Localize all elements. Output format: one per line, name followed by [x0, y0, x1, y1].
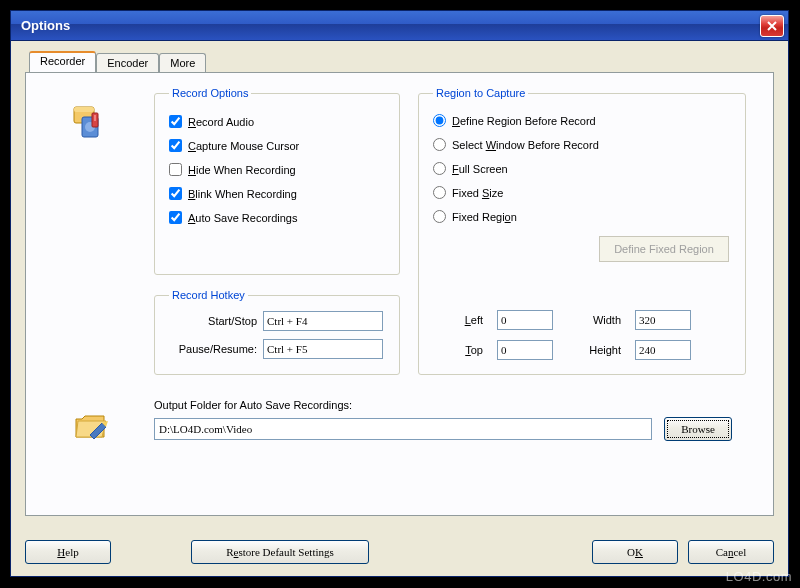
autosave-checkbox[interactable]	[169, 211, 182, 224]
left-input[interactable]	[497, 310, 553, 330]
define-region-label: Define Region Before Record	[452, 115, 596, 127]
restore-defaults-button[interactable]: Restore Default Settings	[191, 540, 369, 564]
ok-button[interactable]: OK	[592, 540, 678, 564]
fixed-size-label: Fixed Size	[452, 187, 503, 199]
select-window-radio[interactable]	[433, 138, 446, 151]
window-title: Options	[21, 18, 760, 33]
browse-button[interactable]: Browse	[664, 417, 732, 441]
select-window-label: Select Window Before Record	[452, 139, 599, 151]
tab-strip: Recorder Encoder More	[29, 51, 774, 72]
pauseresume-hotkey-input[interactable]	[263, 339, 383, 359]
close-icon	[767, 21, 777, 31]
region-capture-group: Region to Capture Define Region Before R…	[418, 87, 746, 375]
record-hotkey-group: Record Hotkey Start/Stop Pause/Resume:	[154, 289, 400, 375]
output-folder-input[interactable]	[154, 418, 652, 440]
full-screen-label: Full Screen	[452, 163, 508, 175]
help-button[interactable]: Help	[25, 540, 111, 564]
record-hotkey-legend: Record Hotkey	[169, 289, 248, 301]
top-input[interactable]	[497, 340, 553, 360]
blink-recording-label: Blink When Recording	[188, 188, 297, 200]
width-label: Width	[567, 314, 625, 326]
output-folder-label: Output Folder for Auto Save Recordings:	[154, 399, 352, 411]
fixed-size-radio[interactable]	[433, 186, 446, 199]
client-area: Recorder Encoder More Record Options Rec…	[11, 41, 788, 528]
record-audio-label: Record Audio	[188, 116, 254, 128]
svg-rect-1	[74, 107, 94, 112]
region-capture-legend: Region to Capture	[433, 87, 528, 99]
define-region-radio[interactable]	[433, 114, 446, 127]
height-input[interactable]	[635, 340, 691, 360]
svg-rect-5	[94, 115, 96, 121]
titlebar: Options	[11, 11, 788, 41]
startstop-hotkey-input[interactable]	[263, 311, 383, 331]
hide-recording-label: Hide When Recording	[188, 164, 296, 176]
full-screen-radio[interactable]	[433, 162, 446, 175]
recorder-pane: Record Options Record Audio Capture Mous…	[25, 72, 774, 516]
fixed-region-radio[interactable]	[433, 210, 446, 223]
hide-recording-checkbox[interactable]	[169, 163, 182, 176]
left-label: Left	[445, 314, 487, 326]
blink-recording-checkbox[interactable]	[169, 187, 182, 200]
record-options-legend: Record Options	[169, 87, 251, 99]
fixed-region-label: Fixed Region	[452, 211, 517, 223]
folder-icon	[72, 407, 112, 447]
capture-cursor-label: Capture Mouse Cursor	[188, 140, 299, 152]
capture-cursor-checkbox[interactable]	[169, 139, 182, 152]
recorder-icon	[72, 103, 112, 143]
pauseresume-label: Pause/Resume:	[169, 343, 263, 355]
dialog-buttons: Help Restore Default Settings OK Cancel	[25, 540, 774, 564]
autosave-label: Auto Save Recordings	[188, 212, 297, 224]
options-dialog: Options Recorder Encoder More	[10, 10, 789, 577]
tab-more[interactable]: More	[159, 53, 206, 72]
cancel-button[interactable]: Cancel	[688, 540, 774, 564]
height-label: Height	[567, 344, 625, 356]
close-button[interactable]	[760, 15, 784, 37]
tab-encoder[interactable]: Encoder	[96, 53, 159, 72]
width-input[interactable]	[635, 310, 691, 330]
record-options-group: Record Options Record Audio Capture Mous…	[154, 87, 400, 275]
watermark: LO4D.com	[726, 569, 792, 584]
define-fixed-region-button: Define Fixed Region	[599, 236, 729, 262]
startstop-label: Start/Stop	[169, 315, 263, 327]
top-label: Top	[445, 344, 487, 356]
tab-recorder[interactable]: Recorder	[29, 51, 96, 72]
record-audio-checkbox[interactable]	[169, 115, 182, 128]
